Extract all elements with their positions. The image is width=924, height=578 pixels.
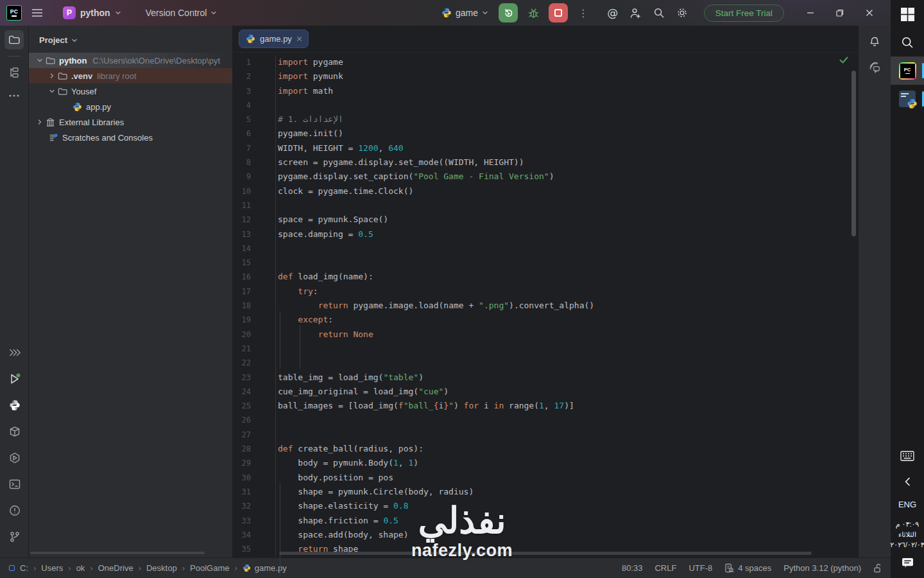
caret-position[interactable]: 80:33: [622, 563, 643, 573]
close-button[interactable]: [855, 0, 884, 26]
python-interpreter[interactable]: Python 3.12 (python): [783, 563, 861, 573]
code-text[interactable]: [276, 413, 278, 427]
code-text[interactable]: def create_ball(radius, pos):: [276, 442, 424, 456]
stop-button[interactable]: [549, 3, 568, 22]
structure-tool-button[interactable]: [4, 63, 24, 82]
tree-item-yousef[interactable]: Yousef: [29, 83, 232, 99]
tab-close-icon[interactable]: [296, 36, 302, 42]
code-text[interactable]: clock = pygame.time.Clock(): [276, 184, 413, 198]
code-text[interactable]: import pymunk: [276, 69, 343, 83]
project-widget[interactable]: P python: [63, 6, 121, 19]
code-with-me-button[interactable]: [627, 4, 645, 22]
taskbar-python-app[interactable]: [891, 85, 924, 113]
expand-tools-button[interactable]: [5, 343, 24, 362]
editor-horizontal-scrollbar[interactable]: [279, 552, 812, 555]
version-control-tool-button[interactable]: [5, 527, 24, 547]
code-text[interactable]: ball_images = [load_img(f"ball_{i}") for…: [276, 399, 574, 413]
start-button[interactable]: [891, 0, 924, 28]
file-encoding[interactable]: UTF-8: [689, 563, 712, 573]
code-text[interactable]: shape.friction = 0.5: [276, 514, 398, 528]
more-run-options-button[interactable]: ⋮: [574, 4, 592, 22]
indent-widget[interactable]: 4 spaces: [724, 563, 771, 573]
code-text[interactable]: space = pymunk.Space(): [276, 213, 388, 227]
run-configuration-selector[interactable]: game: [441, 8, 488, 18]
code-text[interactable]: [276, 342, 278, 356]
taskbar-pycharm-app[interactable]: PC: [891, 57, 924, 85]
code-text[interactable]: space.damping = 0.5: [276, 227, 373, 241]
terminal-tool-button[interactable]: [5, 475, 24, 494]
code-text[interactable]: pygame.init(): [276, 127, 343, 141]
code-text[interactable]: [276, 428, 278, 442]
breadcrumb-item[interactable]: ok: [76, 563, 85, 573]
python-console-tool-button[interactable]: [5, 396, 24, 415]
notifications-button[interactable]: [865, 32, 884, 51]
ai-assistant-tool-button[interactable]: [865, 58, 884, 77]
code-text[interactable]: [276, 356, 278, 370]
main-menu-button[interactable]: [28, 4, 46, 22]
code-text[interactable]: WIDTH, HEIGHT = 1200, 640: [276, 141, 404, 155]
code-text[interactable]: # الإعدادات .1: [276, 112, 343, 127]
settings-button[interactable]: [673, 4, 691, 22]
breadcrumb-item[interactable]: game.py: [255, 563, 287, 573]
project-panel-header[interactable]: Project: [29, 26, 232, 53]
code-text[interactable]: import math: [276, 84, 333, 98]
code-editor[interactable]: 1import pygame2import pymunk3import math…: [233, 53, 858, 557]
start-free-trial-button[interactable]: Start Free Trial: [704, 4, 784, 22]
code-text[interactable]: def load_img(name):: [276, 270, 373, 284]
version-control-widget[interactable]: Version Control: [146, 8, 218, 18]
breadcrumb-item[interactable]: OneDrive: [98, 563, 133, 573]
minimize-button[interactable]: [796, 0, 825, 26]
code-text[interactable]: shape.elasticity = 0.8: [276, 499, 409, 513]
code-text[interactable]: body = pymunk.Body(1, 1): [276, 456, 418, 470]
breadcrumb-item[interactable]: C:: [20, 563, 28, 573]
code-text[interactable]: pygame.display.set_caption("Pool Game - …: [276, 170, 554, 184]
code-text[interactable]: return pygame.image.load(name + ".png").…: [276, 299, 594, 313]
code-text[interactable]: try:: [276, 285, 318, 299]
code-text[interactable]: except:: [276, 313, 333, 327]
code-text[interactable]: screen = pygame.display.set_mode((WIDTH,…: [276, 155, 524, 170]
tab-game-py[interactable]: game.py: [239, 30, 309, 48]
code-text[interactable]: [276, 241, 278, 256]
taskbar-search-button[interactable]: [891, 28, 924, 57]
editor-vertical-scrollbar[interactable]: [851, 71, 856, 236]
more-tool-windows-button[interactable]: [4, 86, 24, 105]
code-text[interactable]: [276, 256, 278, 270]
code-text[interactable]: body.position = pos: [276, 471, 393, 485]
restore-button[interactable]: [825, 0, 855, 26]
taskbar-clock[interactable]: ٠٣:٠٩ م الثلاثاء ٢٠٢٦/٠٢/٠٣: [890, 519, 924, 550]
breadcrumb-item[interactable]: Desktop: [146, 563, 177, 573]
rerun-button[interactable]: [499, 3, 518, 22]
tree-item-python-root[interactable]: python C:\Users\ok\OneDrive\Desktop\pyt: [29, 53, 232, 68]
code-text[interactable]: shape = pymunk.Circle(body, radius): [276, 485, 474, 499]
inspection-ok-icon[interactable]: [839, 57, 848, 64]
project-horizontal-scrollbar[interactable]: [30, 552, 205, 554]
write-access-widget[interactable]: [873, 564, 882, 573]
touch-keyboard-button[interactable]: [891, 443, 924, 469]
code-text[interactable]: import pygame: [276, 55, 343, 69]
hidden-icons-button[interactable]: [891, 469, 924, 495]
notification-center-button[interactable]: [891, 550, 924, 575]
services-tool-button[interactable]: [5, 448, 24, 468]
breadcrumb-item[interactable]: PoolGame: [190, 563, 229, 573]
code-text[interactable]: cue_img_original = load_img("cue"): [276, 385, 449, 399]
ai-assistant-button[interactable]: @: [604, 4, 622, 22]
problems-tool-button[interactable]: [5, 501, 24, 520]
search-everywhere-button[interactable]: [650, 4, 668, 22]
python-packages-tool-button[interactable]: [5, 422, 24, 441]
tree-item-external-libraries[interactable]: External Libraries: [29, 114, 232, 130]
tree-item-app-py[interactable]: app.py: [29, 99, 232, 114]
breadcrumb-item[interactable]: Users: [41, 563, 63, 573]
run-tool-button[interactable]: [5, 369, 24, 389]
code-text[interactable]: space.add(body, shape): [276, 528, 409, 542]
tree-item-scratches[interactable]: Scratches and Consoles: [29, 130, 232, 145]
code-text[interactable]: [276, 198, 278, 213]
code-text[interactable]: table_img = load_img("table"): [276, 371, 424, 385]
line-separator[interactable]: CRLF: [654, 563, 676, 573]
code-text[interactable]: [276, 98, 278, 112]
debug-button[interactable]: [524, 4, 542, 22]
project-tool-button[interactable]: [4, 30, 24, 49]
code-text[interactable]: return None: [276, 328, 373, 342]
tree-item-venv[interactable]: .venv library root: [29, 68, 232, 83]
folder-icon: [58, 71, 67, 81]
language-indicator[interactable]: ENG: [898, 495, 916, 514]
